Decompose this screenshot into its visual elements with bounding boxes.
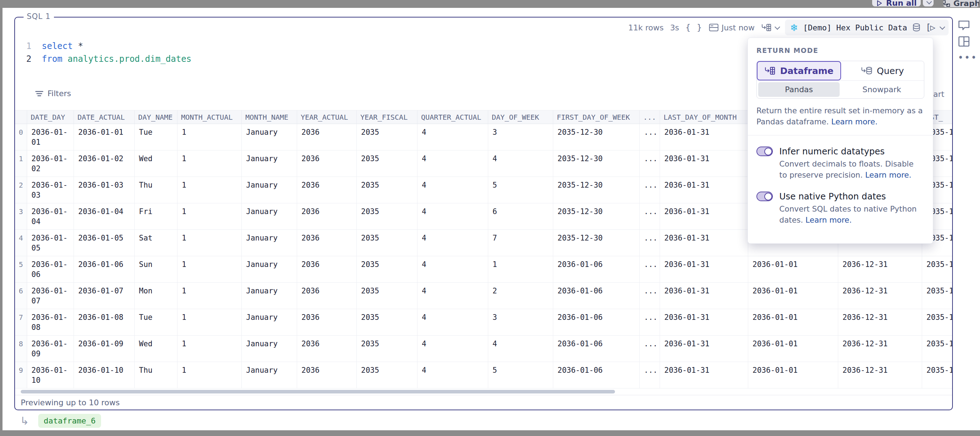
cache-status[interactable]: Just now <box>709 23 755 32</box>
table-cell[interactable]: 2036-01-01 <box>748 256 838 283</box>
column-header[interactable]: DAY_OF_WEEK <box>488 110 553 124</box>
table-cell[interactable]: Sun <box>135 256 178 283</box>
table-cell[interactable]: January <box>242 150 297 177</box>
table-cell[interactable]: 1 <box>488 256 553 283</box>
table-cell[interactable]: ... <box>640 230 660 256</box>
column-header[interactable]: MONTH_ACTUAL <box>178 110 242 124</box>
table-cell[interactable]: 4 <box>417 203 488 230</box>
column-header[interactable]: DAY_NAME <box>135 110 178 124</box>
table-cell[interactable]: Fri <box>135 203 178 230</box>
table-cell[interactable]: 1 <box>178 309 242 335</box>
table-cell[interactable]: 2036-01-08 <box>74 309 135 335</box>
table-cell[interactable]: 2036-01-05 <box>74 230 135 256</box>
table-cell[interactable]: 2035 <box>357 362 417 388</box>
table-cell[interactable]: 2036-01-01 <box>27 124 74 150</box>
table-cell[interactable]: 2036-01-01 <box>748 283 838 309</box>
table-cell[interactable]: 2035 <box>357 150 417 177</box>
table-cell[interactable]: 2036-01-31 <box>660 124 748 150</box>
table-cell[interactable]: January <box>242 177 297 203</box>
table-cell[interactable]: 2036-01-10 <box>27 362 74 388</box>
table-cell[interactable]: 4 <box>417 256 488 283</box>
column-header[interactable]: QUARTER_ACTUAL <box>417 110 488 124</box>
column-header[interactable]: YEAR_FISCAL <box>357 110 417 124</box>
table-cell[interactable]: 2036-01-09 <box>27 335 74 362</box>
table-cell[interactable]: 5 <box>488 362 553 388</box>
table-cell[interactable]: 2036-01-02 <box>27 150 74 177</box>
table-cell[interactable]: ... <box>640 335 660 362</box>
table-cell[interactable]: 4 <box>417 309 488 335</box>
table-cell[interactable]: January <box>242 335 297 362</box>
table-cell[interactable]: 2036-01-03 <box>74 177 135 203</box>
row-index[interactable]: 1 <box>15 150 27 177</box>
graph-view-button[interactable]: Graph <box>943 0 979 7</box>
table-cell[interactable]: 2035-1 <box>922 283 952 309</box>
table-cell[interactable]: 1 <box>178 335 242 362</box>
column-header[interactable]: DATE_ACTUAL <box>74 110 135 124</box>
table-cell[interactable]: 4 <box>417 335 488 362</box>
table-cell[interactable]: 4 <box>417 150 488 177</box>
comment-button[interactable] <box>958 20 970 31</box>
mode-option-query[interactable]: Query <box>841 61 924 80</box>
table-cell[interactable]: ... <box>640 362 660 388</box>
table-cell[interactable]: ... <box>640 124 660 150</box>
table-cell[interactable]: 2036-12-31 <box>838 362 922 388</box>
table-cell[interactable]: 2035-12-30 <box>553 230 640 256</box>
table-cell[interactable]: January <box>242 230 297 256</box>
table-cell[interactable]: 2036-01-04 <box>74 203 135 230</box>
row-index[interactable]: 7 <box>15 309 27 335</box>
learn-more-link[interactable]: Learn more. <box>831 117 878 126</box>
return-mode-button[interactable] <box>761 23 779 32</box>
table-cell[interactable]: 4 <box>488 335 553 362</box>
table-cell[interactable]: 1 <box>178 256 242 283</box>
table-cell[interactable]: January <box>242 309 297 335</box>
table-cell[interactable]: 2035 <box>357 283 417 309</box>
table-cell[interactable]: ... <box>640 256 660 283</box>
row-index[interactable]: 6 <box>15 283 27 309</box>
table-cell[interactable]: 2035-1 <box>922 362 952 388</box>
table-cell[interactable]: 2036-12-31 <box>838 283 922 309</box>
table-cell[interactable]: 2036-01-31 <box>660 177 748 203</box>
table-cell[interactable]: January <box>242 256 297 283</box>
table-cell[interactable]: 2036-01-06 <box>553 256 640 283</box>
tab-chart-partial[interactable]: art <box>933 90 944 99</box>
table-cell[interactable]: 3 <box>488 309 553 335</box>
table-cell[interactable]: 1 <box>178 362 242 388</box>
output-variable-chip[interactable]: dataframe_6 <box>38 414 101 428</box>
table-cell[interactable]: 2035-1 <box>922 335 952 362</box>
chevron-down-icon[interactable] <box>940 24 945 30</box>
table-cell[interactable]: Sat <box>135 230 178 256</box>
table-cell[interactable]: 2036 <box>297 230 357 256</box>
table-cell[interactable]: 2035-1 <box>922 309 952 335</box>
table-cell[interactable]: 2036-01-09 <box>74 335 135 362</box>
table-cell[interactable]: ... <box>640 150 660 177</box>
table-cell[interactable]: 5 <box>488 177 553 203</box>
table-cell[interactable]: ... <box>640 309 660 335</box>
engine-option-pandas[interactable]: Pandas <box>758 82 840 97</box>
row-index[interactable]: 9 <box>15 362 27 388</box>
table-cell[interactable]: 1 <box>178 283 242 309</box>
row-index[interactable]: 0 <box>15 124 27 150</box>
table-cell[interactable]: 4 <box>417 283 488 309</box>
table-cell[interactable]: 2036-01-31 <box>660 150 748 177</box>
table-cell[interactable]: 2036 <box>297 124 357 150</box>
table-cell[interactable]: 2035 <box>357 309 417 335</box>
table-cell[interactable]: 2036 <box>297 283 357 309</box>
table-cell[interactable]: 2 <box>488 283 553 309</box>
table-cell[interactable]: 2035 <box>357 177 417 203</box>
table-cell[interactable]: 2035-12-30 <box>553 150 640 177</box>
row-index[interactable]: 4 <box>15 230 27 256</box>
table-cell[interactable]: 2036-12-31 <box>838 309 922 335</box>
table-cell[interactable]: January <box>242 203 297 230</box>
table-cell[interactable]: 1 <box>178 124 242 150</box>
row-index[interactable]: 8 <box>15 335 27 362</box>
table-cell[interactable]: Thu <box>135 362 178 388</box>
table-cell[interactable]: 2036-01-05 <box>27 230 74 256</box>
table-cell[interactable]: 1 <box>178 177 242 203</box>
column-header[interactable]: YEAR_ACTUAL <box>297 110 357 124</box>
table-cell[interactable]: 2036 <box>297 177 357 203</box>
table-cell[interactable]: ... <box>640 177 660 203</box>
table-cell[interactable]: 4 <box>417 124 488 150</box>
row-index[interactable]: 3 <box>15 203 27 230</box>
table-cell[interactable]: 2036-01-06 <box>553 362 640 388</box>
table-cell[interactable]: 2036-01-01 <box>748 362 838 388</box>
